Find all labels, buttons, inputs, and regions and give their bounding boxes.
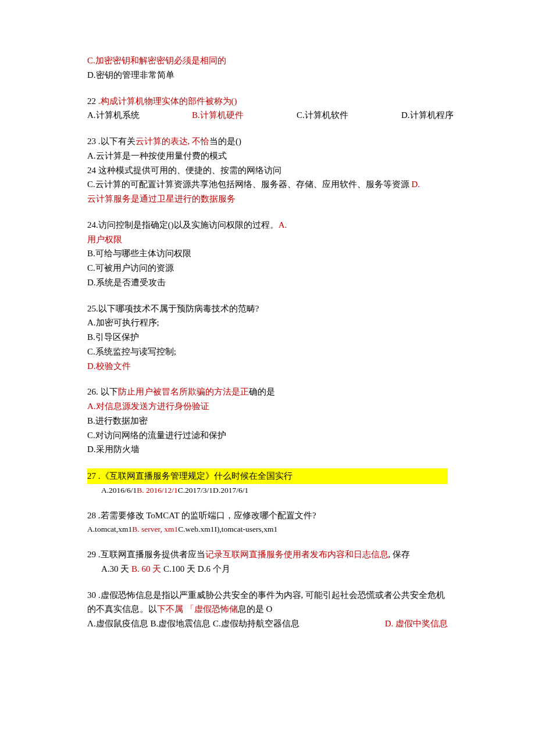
q28-options: A.tomcat,xm1B. server, xm1C.web.xm1I),to… [87, 523, 448, 536]
q23-stem: 23 .以下有关云计算的表达, 不恰当的是() [87, 134, 448, 149]
q30-options: Λ.虚假鼠疫信息 B.虚假地震信息 C.虚假劫持航空器信息 D. 虚假中奖信息 [87, 617, 448, 631]
q24-option-a: 用户权限 [87, 232, 448, 247]
q23-d-mark: D. [412, 180, 420, 189]
q30-suf: 息的是 O [238, 604, 273, 614]
q29-option-cd: C.100 天 D.6 个月 [161, 564, 230, 574]
q28-stem: 28 .若需要修改 ToMCAT 的监听端口，应修改哪个配置文件? [87, 508, 448, 523]
q29-suf: , 保存 [388, 550, 411, 559]
q22-options: A.计算机系统 B.计算机硬件 C.计算机软件 D.计算机程序 [87, 108, 448, 123]
q25-option-d: D.校验文件 [87, 359, 448, 374]
q29-mid: 记录互联网直播服务使用者发布内容和日志信息 [205, 550, 388, 559]
q27-stem: 27 .《互联网直播服务管理规定》什么时候在全国实行 [87, 468, 448, 484]
q22-option-d: D.计算机程序 [401, 108, 454, 123]
q28-option-a: A.tomcat,xm1 [87, 525, 132, 533]
q29-stem: 29 .互联网直播服务提供者应当记录互联网直播服务使用者发布内容和日志信息, 保… [87, 547, 448, 562]
q26-option-c: C.对访问网络的流量进行过滤和保护 [87, 428, 448, 443]
q22-option-a: A.计算机系统 [87, 108, 192, 123]
q27-option-a: A.2016/6/1 [101, 486, 137, 495]
q28-option-b: B. server, xm1 [132, 525, 178, 533]
q22-stem-text: .构成计算机物理实体的部件被称为() [96, 96, 237, 106]
q27-option-cd: C.2017/3/1D.2017/6/1 [178, 486, 249, 495]
document-page: C.加密密钥和解密密钥必须是相同的 D.密钥的管理非常简单 22 .构成计算机物… [0, 0, 535, 756]
q29-pre: 29 .互联网直播服务提供者应当 [87, 550, 205, 559]
q26-stem: 26. 以下防止用户被冒名所欺骗的方法是正确的是 [87, 385, 448, 399]
q27-options: A.2016/6/1B. 2016/12/1C.2017/3/1D.2017/6… [87, 484, 448, 497]
q23-mid: 云计算的表达, 不恰 [135, 137, 210, 146]
q24-stem: 24.访问控制是指确定()以及实施访问权限的过程。A. [87, 218, 448, 232]
q25-stem: 25.以下哪项技术不属于预防病毒技术的范畴? [87, 302, 448, 316]
q29-options: A.30 天 B. 60 天 C.100 天 D.6 个月 [87, 562, 448, 576]
q25-option-c: C.系统监控与读写控制; [87, 345, 448, 359]
q24-a-mark: A. [279, 220, 287, 230]
q23-prefix: .以下有关 [96, 137, 135, 146]
q23-option-d: 云计算服务是通过卫星进行的数据服务 [87, 192, 448, 206]
q22-stem: 22 .构成计算机物理实体的部件被称为() [87, 94, 448, 109]
q26-suf: 确的是 [249, 387, 275, 396]
q24-option-b: B.可给与哪些主体访问权限 [87, 246, 448, 261]
q30-option-abc: Λ.虚假鼠疫信息 B.虚假地震信息 C.虚假劫持航空器信息 [87, 617, 299, 631]
q21-option-d: D.密钥的管理非常简单 [87, 68, 448, 83]
q23-line24: 24 这种模式提供可用的、便捷的、按需的网络访问 [87, 163, 448, 178]
q26-option-d: D.采用防火墙 [87, 442, 448, 457]
q23-option-c: C.云计算的可配置计算资源共享池包括网络、服务器、存储、应用软件、服务等资源 D… [87, 177, 448, 192]
q23-suf: 当的是() [209, 137, 241, 146]
q25-option-b: B.引导区保护 [87, 330, 448, 345]
q25-option-a: A.加密可执行程序; [87, 316, 448, 330]
q26-mid: 防止用户被冒名所欺骗的方法是正 [118, 387, 249, 396]
q29-option-a: A.30 天 [101, 564, 131, 574]
q24-stem-text: 24.访问控制是指确定()以及实施访问权限的过程。 [87, 220, 279, 230]
q23-option-a: A.云计算是一种按使用量付费的模式 [87, 149, 448, 163]
q23-pre: 23 [87, 137, 96, 146]
q30-stem: 30 .虚假恐怖信息是指以严重威胁公共安全的事件为内容, 可能引起社会恐慌或者公… [87, 588, 448, 617]
q22-option-b: B.计算机硬件 [192, 108, 297, 123]
q30-mid: 下不属 「虚假恐怖储 [157, 604, 238, 614]
q26-option-b: B.进行数据加密 [87, 414, 448, 428]
q26-option-a: A.对信息源发送方进行身份验证 [87, 399, 448, 414]
q26-pre: 26. 以下 [87, 387, 118, 396]
q29-option-b: B. 60 天 [131, 564, 161, 574]
q23-c-text: C.云计算的可配置计算资源共享池包括网络、服务器、存储、应用软件、服务等资源 [87, 180, 412, 189]
q21-option-c: C.加密密钥和解密密钥必须是相同的 [87, 53, 448, 68]
q24-option-c: C.可被用户访问的资源 [87, 261, 448, 275]
q30-option-d: D. 虚假中奖信息 [385, 617, 448, 631]
q22-option-c: C.计算机软件 [297, 108, 401, 123]
q24-option-d: D.系统是否遭受攻击 [87, 275, 448, 290]
q27-option-b: B. 2016/12/1 [137, 486, 178, 495]
q22-number: 22 [87, 96, 96, 106]
q28-option-cd: C.web.xm1I),tomcat-users,xm1 [178, 525, 277, 533]
